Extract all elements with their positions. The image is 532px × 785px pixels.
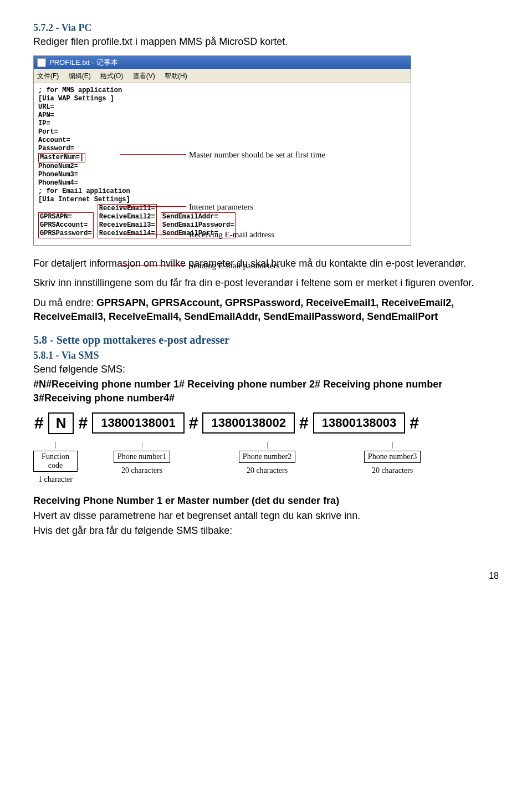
cfg-line: Account=: [38, 136, 236, 145]
group-master: MasterNum=|: [38, 153, 85, 162]
pn2-chars: 20 characters: [206, 466, 328, 475]
page-number: 18: [33, 571, 499, 581]
phone3-box: 13800138003: [313, 412, 406, 434]
hash-icon: #: [77, 414, 89, 432]
cfg-line: SendEmailAddr=: [162, 213, 234, 221]
sms-send-line: Send følgende SMS:: [33, 363, 499, 376]
connector-line: [120, 265, 186, 266]
group-gprs: GPRSAPN= GPRSAccount= GPRSPassword=: [38, 212, 94, 238]
cfg-line: MasterNum=|: [40, 154, 84, 162]
cfg-line: GPRSAccount=: [40, 221, 92, 230]
cfg-line: ; for MMS application: [38, 86, 236, 95]
cfg-line: SendEmailPassword=: [162, 221, 234, 230]
cfg-line: URL=: [38, 103, 236, 111]
cfg-line: Port=: [38, 128, 236, 136]
cfg-line: PhoneNum3=: [38, 171, 236, 179]
notepad-titlebar: PROFILE.txt - 记事本: [34, 56, 411, 69]
pn3-label: Phone number3: [364, 451, 421, 463]
hash-icon: #: [188, 414, 200, 432]
para-skriv: Skriv inn innstillingene som du får fra …: [33, 276, 499, 290]
connector-line: [120, 234, 186, 235]
sms-diagram: # N # 13800138001 # 13800138002 # 138001…: [33, 412, 499, 484]
phone1-box: 13800138001: [92, 412, 185, 434]
annot-send: Sending E-mail parameters: [189, 261, 279, 271]
cfg-line: ReceiveEmail3=: [99, 221, 155, 230]
sms-format-line: #N#Receiving phone number 1# Receiving p…: [33, 378, 499, 405]
cfg-line: IP=: [38, 120, 236, 128]
cfg-line: ReceiveEmail2=: [99, 213, 155, 221]
hash-icon: #: [408, 414, 420, 432]
connector-line: [120, 154, 186, 155]
intro-572: Rediger filen profile.txt i mappen MMS p…: [33, 35, 499, 49]
notepad-editor[interactable]: ; for MMS application [Uia WAP Settings …: [34, 83, 411, 245]
cfg-line: ; for Email application: [38, 187, 236, 196]
hash-icon: #: [298, 414, 310, 432]
pn2-label: Phone number2: [239, 451, 295, 463]
hash-icon: #: [33, 414, 45, 432]
phone2-box: 13800138002: [202, 412, 295, 434]
menu-view[interactable]: 查看(V): [133, 72, 155, 80]
notepad-title: PROFILE.txt - 记事本: [49, 58, 118, 68]
notepad-menubar: 文件(F) 编辑(E) 格式(O) 查看(V) 帮助(H): [34, 69, 411, 83]
menu-help[interactable]: 帮助(H): [165, 72, 187, 80]
para-limit: Hvert av disse parametrene har et begren…: [33, 509, 499, 523]
menu-edit[interactable]: 编辑(E): [69, 72, 91, 80]
para-endre: Du må endre: GPRSAPN, GPRSAccount, GPRSP…: [33, 296, 499, 324]
pn3-chars: 20 characters: [331, 466, 453, 475]
para-masternum: Receiving Phone Number 1 er Master numbe…: [33, 494, 499, 508]
group-recv: ReceiveEmail1= ReceiveEmail2= ReceiveEma…: [98, 204, 157, 238]
heading-581: 5.8.1 - Via SMS: [33, 350, 499, 361]
para-endre-bold: GPRSAPN, GPRSAccount, GPRSPassword, Rece…: [33, 297, 454, 322]
annot-recv: Receiving E-mail address: [189, 230, 274, 240]
menu-format[interactable]: 格式(O): [100, 72, 123, 80]
annot-master: Master number should be set at first tim…: [189, 150, 325, 160]
para-response: Hvis det går bra får du følgende SMS til…: [33, 524, 499, 538]
cfg-line: GPRSAPN=: [40, 213, 92, 221]
func-code-label: Function code: [33, 451, 78, 472]
connector-line: [120, 206, 186, 207]
menu-file[interactable]: 文件(F): [37, 72, 59, 80]
n-box: N: [48, 412, 74, 434]
cfg-line: APN=: [38, 111, 236, 120]
cfg-line: [Uia WAP Settings ]: [38, 95, 236, 103]
para-endre-prefix: Du må endre:: [33, 297, 96, 308]
func-chars: 1 character: [33, 475, 78, 484]
notepad-window: PROFILE.txt - 记事本 文件(F) 编辑(E) 格式(O) 查看(V…: [33, 55, 411, 246]
heading-58: 5.8 - Sette opp mottakeres e-post adress…: [33, 334, 499, 346]
heading-572: 5.7.2 - Via PC: [33, 22, 499, 34]
pn1-chars: 20 characters: [81, 466, 203, 475]
cfg-line: GPRSPassword=: [40, 230, 92, 238]
annot-internet: Internet parameters: [189, 202, 253, 212]
cfg-line: PhoneNum2=: [38, 162, 236, 171]
pn1-label: Phone number1: [114, 451, 170, 463]
cfg-line: PhoneNum4=: [38, 179, 236, 187]
notepad-icon: [37, 58, 46, 67]
